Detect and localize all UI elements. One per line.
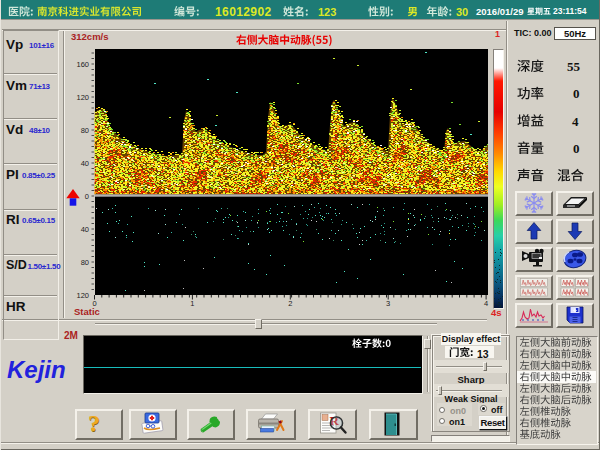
svg-text:123: 123 bbox=[318, 6, 336, 18]
svg-text:30: 30 bbox=[456, 6, 468, 18]
svg-text:16012902: 16012902 bbox=[215, 5, 272, 19]
svg-text:23:11:54: 23:11:54 bbox=[553, 6, 587, 16]
svg-text:2016/01/29: 2016/01/29 bbox=[476, 6, 524, 17]
